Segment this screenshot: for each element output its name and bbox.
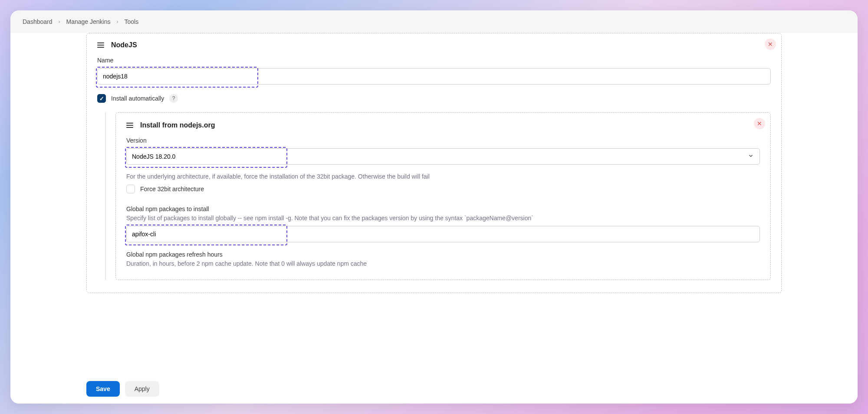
force32-row: Force 32bit architecture [126,185,760,193]
installer-header: Install from nodejs.org [126,121,760,129]
version-select-wrap [126,148,760,165]
chevron-right-icon: › [116,19,118,25]
global-pkg-highlight [126,226,760,242]
global-pkg-input[interactable] [126,226,760,242]
nodejs-installation-block: ✕ NodeJS Name Install automatically ? [86,33,782,293]
force32-help: For the underlying architecture, if avai… [126,173,760,181]
global-pkg-help: Specify list of packages to install glob… [126,214,760,223]
global-pkg-group: Global npm packages to install Specify l… [126,205,760,243]
install-auto-row: Install automatically ? [97,94,771,103]
content-area: ✕ NodeJS Name Install automatically ? [10,33,858,374]
remove-nodejs-button[interactable]: ✕ [765,39,776,50]
version-field-group: Version [126,137,760,165]
nodejs-header: NodeJS [97,41,771,49]
help-icon[interactable]: ? [169,94,178,103]
remove-installer-button[interactable]: ✕ [754,118,765,129]
main-panel: ✕ NodeJS Name Install automatically ? [86,33,782,374]
apply-button[interactable]: Apply [125,381,159,397]
version-highlight [126,148,760,165]
refresh-label: Global npm packages refresh hours [126,251,760,258]
installer-title: Install from nodejs.org [140,121,215,129]
name-label: Name [97,57,771,64]
breadcrumb-tools[interactable]: Tools [124,18,138,25]
install-auto-label: Install automatically [111,95,164,102]
version-select[interactable] [126,148,760,165]
nodejs-title: NodeJS [111,41,137,49]
force32-checkbox[interactable] [126,185,135,193]
jenkins-tools-window: Dashboard › Manage Jenkins › Tools ✕ Nod… [10,10,858,404]
installer-block: ✕ Install from nodejs.org Version [115,112,771,280]
drag-handle-icon[interactable] [126,123,133,128]
action-bar: Save Apply [10,374,858,404]
chevron-right-icon: › [59,19,60,25]
install-auto-checkbox[interactable] [97,94,106,103]
name-input[interactable] [97,68,771,85]
name-highlight [97,68,771,85]
force32-group: For the underlying architecture, if avai… [126,173,760,193]
installer-container: ✕ Install from nodejs.org Version [105,112,771,280]
name-field-group: Name [97,57,771,85]
refresh-group: Global npm packages refresh hours Durati… [126,251,760,268]
force32-label: Force 32bit architecture [140,186,204,192]
breadcrumb: Dashboard › Manage Jenkins › Tools [10,10,858,33]
drag-handle-icon[interactable] [97,42,104,48]
breadcrumb-manage-jenkins[interactable]: Manage Jenkins [66,18,111,25]
global-pkg-label: Global npm packages to install [126,205,760,212]
refresh-help: Duration, in hours, before 2 npm cache u… [126,260,760,268]
breadcrumb-dashboard[interactable]: Dashboard [23,18,53,25]
save-button[interactable]: Save [86,381,120,397]
version-label: Version [126,137,760,144]
